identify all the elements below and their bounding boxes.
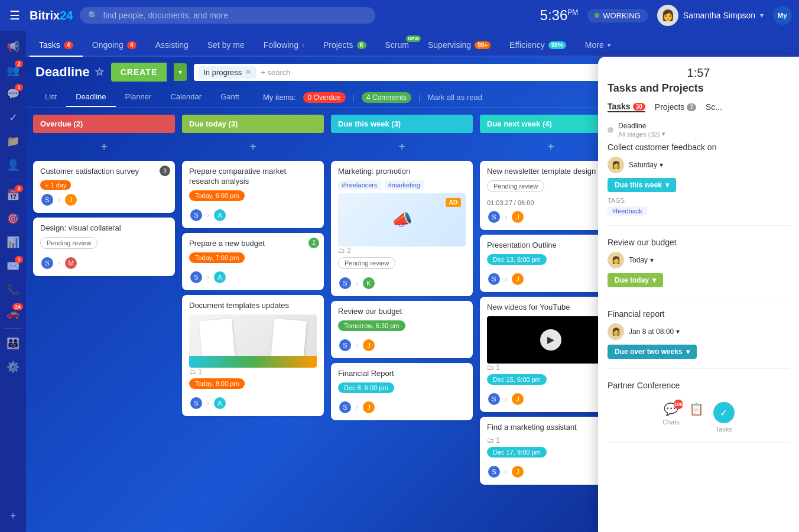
panel-item-title: Partner Conference bbox=[608, 381, 790, 390]
sidebar-divider bbox=[4, 180, 22, 180]
message-badge: 2 bbox=[308, 238, 319, 248]
tab-set-by-me[interactable]: Set by me bbox=[198, 34, 254, 56]
sidebar-item-email[interactable]: ✉️ 1 bbox=[2, 255, 24, 277]
chat-icon[interactable]: 💬 106 bbox=[664, 402, 678, 416]
card-title: Financial Report bbox=[338, 369, 466, 379]
sidebar-item-team[interactable]: 👨‍👩‍👧 bbox=[2, 332, 24, 355]
table-row[interactable]: Customer satisfaction survey + 1 day S ›… bbox=[33, 161, 175, 213]
card-tags: #freelancers #marketing bbox=[338, 180, 466, 190]
stage-dot bbox=[608, 127, 613, 133]
arrow-icon: › bbox=[207, 211, 209, 219]
mark-all-read-button[interactable]: Mark all as read bbox=[427, 93, 482, 102]
avatar: A bbox=[213, 270, 227, 284]
working-status[interactable]: WORKING bbox=[587, 9, 648, 22]
avatar: J bbox=[511, 465, 525, 479]
star-icon[interactable]: ☆ bbox=[95, 66, 104, 79]
sidebar-item-contacts[interactable]: 👥 2 bbox=[2, 59, 24, 82]
card-title: Document templates updates bbox=[189, 301, 317, 311]
sidebar-item-phone[interactable]: 📞 bbox=[2, 278, 24, 301]
tab-supervising[interactable]: Supervising 99+ bbox=[418, 34, 500, 56]
status-badge: Pending review bbox=[487, 180, 544, 192]
card-footer: S › J bbox=[487, 392, 615, 406]
tab-tasks[interactable]: Tasks 4 bbox=[30, 34, 83, 57]
list-icon[interactable]: 📋 bbox=[689, 402, 704, 416]
avatar: S bbox=[189, 208, 203, 222]
panel-tab-sc[interactable]: Sc... bbox=[706, 102, 722, 112]
panel-tab-projects[interactable]: Projects 7 bbox=[655, 102, 696, 112]
sidebar-item-drive[interactable]: 📁 bbox=[2, 130, 24, 153]
tab-gantt[interactable]: Gantt bbox=[211, 87, 249, 107]
tag-chip: #feedback bbox=[608, 206, 647, 216]
avatar: 👩 bbox=[657, 5, 678, 26]
tab-planner[interactable]: Planner bbox=[116, 87, 161, 107]
tab-projects[interactable]: Projects 6 bbox=[314, 34, 376, 56]
table-row[interactable]: Financial Report Dec 8, 6:00 pm S › J bbox=[331, 363, 473, 420]
card-number-badge: 3 bbox=[160, 166, 170, 176]
play-icon: ▶ bbox=[540, 329, 561, 351]
tab-following[interactable]: Following ‹ bbox=[254, 34, 314, 56]
tab-calendar[interactable]: Calendar bbox=[161, 87, 211, 107]
table-row[interactable]: Document templates updates 🗂 1 Today, 8:… bbox=[182, 295, 324, 416]
sidebar-item-profile[interactable]: 👤 bbox=[2, 154, 24, 176]
arrow-icon: › bbox=[356, 279, 358, 287]
sidebar-item-feed[interactable]: 📢 bbox=[2, 35, 24, 58]
my-badge[interactable]: My bbox=[773, 6, 792, 25]
sidebar-item-goals[interactable]: 🎯 bbox=[2, 207, 24, 230]
table-row[interactable]: Prepare comparative market research anal… bbox=[182, 161, 324, 228]
table-row[interactable]: Marketing: promotion #freelancers #marke… bbox=[331, 161, 473, 296]
arrow-icon: › bbox=[505, 213, 507, 221]
sidebar-item-reports[interactable]: 📊 bbox=[2, 231, 24, 254]
tab-assisting[interactable]: Assisting bbox=[146, 34, 198, 56]
panel-tab-tasks[interactable]: Tasks 30 bbox=[608, 102, 645, 112]
tab-deadline[interactable]: Deadline bbox=[66, 87, 115, 107]
hamburger-icon[interactable]: ☰ bbox=[7, 6, 22, 25]
search-input[interactable] bbox=[103, 11, 367, 20]
sidebar-item-crm[interactable]: 🚗 24 bbox=[2, 302, 24, 325]
avatar: M bbox=[64, 256, 78, 270]
date-badge: Dec 17, 9:00 pm bbox=[487, 447, 547, 458]
tab-more[interactable]: More ▾ bbox=[576, 34, 620, 56]
sidebar-item-settings[interactable]: ⚙️ bbox=[2, 356, 24, 378]
table-row[interactable]: Review our budget Tomorrow, 6:30 pm S › … bbox=[331, 301, 473, 358]
user-section[interactable]: 👩 Samantha Simpson ▾ bbox=[657, 5, 764, 26]
my-items-section: My items: 0 Overdue | 4 Comments | Mark … bbox=[263, 92, 482, 103]
filter-tag[interactable]: In progress ✕ bbox=[199, 66, 256, 79]
tasks-circle-icon[interactable]: ✓ bbox=[713, 402, 735, 423]
tab-scrum[interactable]: Scrum NEW bbox=[376, 34, 418, 56]
arrow-icon: › bbox=[505, 275, 507, 283]
avatar: 👩 bbox=[608, 323, 624, 340]
tab-efficiency[interactable]: Efficiency 98% bbox=[500, 34, 576, 56]
chevron-down-icon: ▾ bbox=[676, 327, 680, 336]
panel-item-title: Financial report bbox=[608, 309, 790, 319]
sidebar-item-add[interactable]: + bbox=[2, 505, 24, 527]
card-title: Customer satisfaction survey bbox=[40, 167, 168, 177]
card-counter: 🗂 1 bbox=[487, 364, 615, 372]
sidebar-divider-2 bbox=[4, 328, 22, 329]
date-badge: Today, 8:00 pm bbox=[189, 378, 245, 389]
sidebar-item-calendar[interactable]: 📅 3 bbox=[2, 184, 24, 206]
create-dropdown-button[interactable]: ▾ bbox=[174, 63, 187, 81]
deadline-button-today[interactable]: Due today ▾ bbox=[608, 273, 663, 287]
deadline-button-thisweek[interactable]: Due this week ▾ bbox=[608, 178, 676, 192]
chevron-down-icon: ▾ bbox=[665, 181, 669, 189]
add-task-today[interactable]: + bbox=[182, 138, 324, 156]
create-button[interactable]: CREATE bbox=[111, 63, 167, 82]
sidebar-item-tasks[interactable]: ✓ bbox=[2, 106, 24, 129]
table-row[interactable]: Prepare a new budget Today, 7:00 pm S › … bbox=[182, 233, 324, 290]
search-bar[interactable]: 🔍 bbox=[80, 7, 375, 24]
tab-ongoing[interactable]: Ongoing 4 bbox=[83, 34, 146, 56]
add-task-thisweek[interactable]: + bbox=[331, 138, 473, 156]
date-badge: Dec 13, 8:00 pm bbox=[487, 254, 547, 265]
deadline-button-twoweeks[interactable]: Due over two weeks ▾ bbox=[608, 345, 697, 359]
tab-list[interactable]: List bbox=[35, 87, 66, 107]
table-row[interactable]: Design: visual collateral Pending review… bbox=[33, 218, 175, 276]
chevron-down-icon: ▾ bbox=[652, 276, 656, 284]
card-footer: S › J bbox=[338, 338, 466, 352]
add-task-overdue[interactable]: + bbox=[33, 138, 175, 156]
app-logo: Bitrix24 bbox=[30, 9, 73, 22]
comments-badge: 4 Comments bbox=[362, 92, 411, 103]
filter-tag-close[interactable]: ✕ bbox=[245, 68, 251, 76]
avatar: A bbox=[213, 208, 227, 222]
sidebar-item-chat[interactable]: 💬 1 bbox=[2, 83, 24, 105]
panel-tabs: Tasks 30 Projects 7 Sc... bbox=[608, 102, 790, 112]
